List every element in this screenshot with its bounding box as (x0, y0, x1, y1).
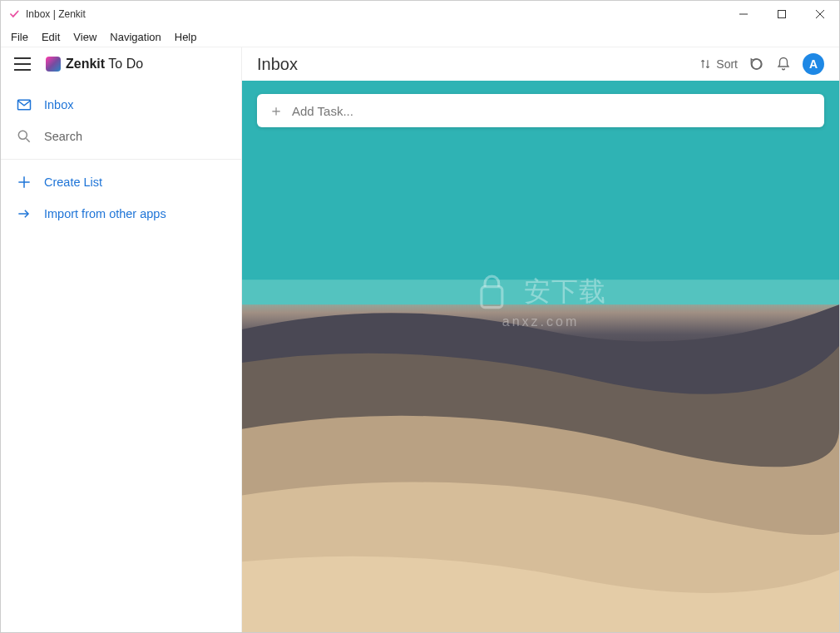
menu-help[interactable]: Help (168, 29, 204, 45)
maximize-button[interactable] (763, 1, 801, 27)
avatar[interactable]: A (803, 53, 824, 75)
sidebar-item-search[interactable]: Search (1, 121, 241, 152)
title-bar: Inbox | Zenkit (1, 1, 839, 27)
sidebar-nav: Inbox Search Create List Import from o (1, 81, 241, 230)
add-task-placeholder: Add Task... (292, 104, 353, 118)
watermark: 安下载 anxz.com (475, 273, 607, 329)
menu-bar: File Edit View Navigation Help (1, 27, 839, 47)
svg-rect-13 (482, 287, 502, 308)
notifications-button[interactable] (776, 57, 791, 72)
close-button[interactable] (801, 1, 839, 27)
comments-button[interactable] (749, 57, 764, 72)
brand-logo-icon (46, 57, 61, 72)
page-title: Inbox (257, 55, 298, 74)
check-icon (7, 7, 21, 21)
svg-point-5 (18, 131, 27, 139)
svg-point-10 (752, 59, 762, 69)
menu-edit[interactable]: Edit (35, 29, 67, 45)
sort-label: Sort (716, 57, 738, 71)
sidebar-item-label: Search (44, 130, 82, 143)
main-pane: Inbox Sort A (242, 47, 839, 632)
window-title: Inbox | Zenkit (26, 8, 86, 20)
brand: Zenkit To Do (46, 57, 143, 72)
sidebar-item-create-list[interactable]: Create List (1, 166, 241, 198)
menu-file[interactable]: File (4, 29, 35, 45)
minimize-button[interactable] (724, 1, 763, 27)
plus-icon: ＋ (269, 101, 284, 121)
plus-icon (16, 174, 32, 190)
main-content: ＋ Add Task... 安下载 anxz.com (242, 81, 839, 632)
menu-view[interactable]: View (67, 29, 103, 45)
sort-button[interactable]: Sort (699, 57, 738, 71)
divider (1, 159, 241, 160)
hamburger-icon[interactable] (14, 57, 31, 71)
main-header: Inbox Sort A (242, 47, 839, 81)
sidebar: Zenkit To Do Inbox Search C (1, 47, 242, 632)
svg-rect-12 (242, 279, 839, 304)
sidebar-item-import[interactable]: Import from other apps (1, 198, 241, 230)
window-controls (724, 1, 839, 27)
svg-rect-1 (778, 11, 786, 18)
arrow-right-icon (16, 205, 32, 222)
sidebar-item-inbox[interactable]: Inbox (1, 89, 241, 121)
background-image (242, 81, 839, 632)
sidebar-header: Zenkit To Do (1, 47, 241, 81)
add-task-input[interactable]: ＋ Add Task... (257, 94, 824, 127)
search-icon (16, 128, 32, 145)
svg-line-6 (27, 139, 30, 142)
menu-navigation[interactable]: Navigation (103, 29, 167, 45)
brand-text: Zenkit To Do (66, 57, 143, 72)
sidebar-item-label: Inbox (44, 98, 73, 111)
sidebar-item-label: Create List (44, 176, 102, 189)
sidebar-item-label: Import from other apps (44, 207, 166, 220)
mail-icon (16, 96, 32, 113)
